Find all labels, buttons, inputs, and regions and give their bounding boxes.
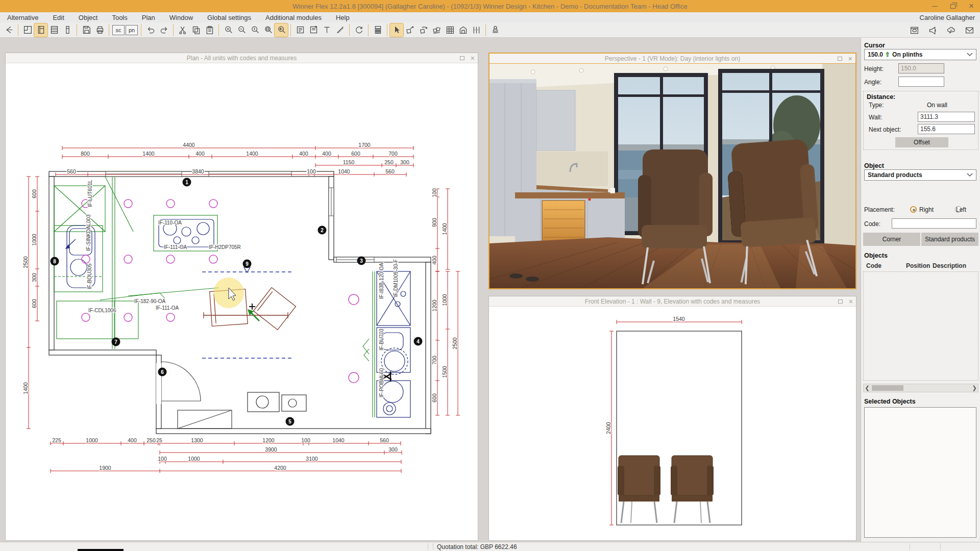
toolbar-rotate-object-button[interactable] [416, 23, 430, 37]
floor-plan-drawing[interactable]: 4400170080014004001400400400600700115025… [6, 63, 478, 540]
toolbar-grid-button[interactable] [443, 23, 456, 37]
menu-help[interactable]: Help [329, 12, 357, 22]
plan-close-icon[interactable]: × [471, 55, 475, 62]
toolbar-separator [18, 24, 18, 36]
close-icon[interactable]: × [966, 2, 977, 11]
toolbar-elevation-list-button[interactable] [47, 23, 61, 37]
toolbar-note-button[interactable] [293, 23, 307, 37]
toolbar-sc-button[interactable]: sc [112, 25, 125, 35]
toolbar-calculator-button[interactable] [371, 23, 384, 37]
toolbar-cut-button[interactable] [176, 23, 189, 37]
zoom-previous-icon [277, 25, 286, 35]
svg-text:8: 8 [53, 259, 56, 264]
toolbar-elevation-view-button[interactable] [34, 23, 47, 37]
toolbar-stamp-button[interactable] [488, 23, 502, 37]
next-object-field[interactable]: 155.6 [918, 124, 975, 134]
object-type-dropdown[interactable]: Standard products [864, 169, 976, 181]
zoom-in-icon [224, 25, 233, 35]
selected-objects-list[interactable] [864, 407, 976, 538]
toolbar-print-button[interactable] [93, 23, 106, 37]
toolbar-zoom-window-button[interactable] [261, 23, 275, 37]
menu-alternative[interactable]: Alternative [0, 12, 45, 22]
toolbar-mail-button[interactable] [963, 23, 976, 37]
menu-additional-modules[interactable]: Additional modules [258, 12, 329, 22]
elevation-window-titlebar[interactable]: Front Elevation - 1 : Wall - 9, Elevatio… [489, 296, 856, 307]
toolbar-select-button[interactable] [390, 23, 403, 37]
cloud-chat-icon [946, 26, 956, 35]
wall-number-5: 5 [286, 417, 295, 426]
toolbar-redo-button[interactable] [157, 23, 170, 37]
stamp-icon [491, 25, 500, 35]
menu-plan[interactable]: Plan [135, 12, 162, 22]
cursor-mode-dropdown[interactable]: 150.0 ⇧ On plinths [864, 49, 976, 60]
scroll-right-icon[interactable]: ❯ [971, 385, 978, 391]
perspective-maximize-icon[interactable] [838, 57, 842, 61]
scroll-left-icon[interactable]: ❮ [864, 385, 871, 391]
plan-canvas[interactable]: 4400170080014004001400400400600700115025… [6, 63, 478, 540]
svg-text:3900: 3900 [265, 446, 277, 453]
menu-window[interactable]: Window [162, 12, 200, 22]
height-field[interactable]: 150.0 [898, 63, 944, 73]
elevation-maximize-icon[interactable] [838, 299, 843, 304]
angle-label: Angle: [864, 79, 881, 86]
toolbar-note-edit-button[interactable] [307, 23, 320, 37]
toolbar-save-button[interactable] [80, 23, 93, 37]
objects-scrollbar[interactable]: ❮ ❯ [863, 384, 978, 392]
toolbar-zoom-100-button[interactable] [248, 23, 261, 37]
render-3d-view[interactable] [489, 64, 855, 288]
standard-products-button[interactable]: Standard products [921, 233, 978, 246]
elevation-close-icon[interactable]: × [849, 298, 853, 305]
svg-text:600: 600 [431, 393, 437, 403]
toolbar-cloud-folder-button[interactable] [908, 23, 921, 37]
unit-label: IF-182-90-OA [134, 298, 165, 304]
mug [610, 188, 615, 193]
toolbar-zoom-previous-button[interactable] [275, 23, 288, 37]
perspective-window-titlebar[interactable]: Perspective - 1 (VR Mode): Day (interior… [489, 54, 855, 64]
wall-number-6: 6 [158, 368, 167, 377]
menu-global-settings[interactable]: Global settings [200, 12, 258, 22]
perspective-viewport[interactable] [489, 64, 855, 288]
corner-button[interactable]: Corner [863, 233, 920, 246]
elevation-drawing[interactable]: 15402400 [489, 307, 856, 540]
menu-edit[interactable]: Edit [45, 12, 71, 22]
toolbar-copy-button[interactable] [189, 23, 203, 37]
toolbar-walls-button[interactable] [456, 23, 470, 37]
wall-distance-field[interactable]: 3111.3 [918, 112, 975, 122]
wall-number-4: 4 [414, 337, 423, 346]
toolbar-cloud-chat-button[interactable] [944, 23, 958, 37]
toolbar-pn-button[interactable]: pn [126, 25, 138, 35]
maximize-icon[interactable] [947, 2, 959, 11]
toolbar-measure-button[interactable] [333, 23, 347, 37]
toolbar-zoom-out-button[interactable] [235, 23, 248, 37]
angle-field[interactable] [898, 77, 944, 87]
toolbar-zoom-in-button[interactable] [222, 23, 235, 37]
placement-right-radio[interactable] [910, 206, 917, 213]
objects-list[interactable] [863, 271, 978, 381]
menu-tools[interactable]: Tools [105, 12, 134, 22]
toolbar-back-button[interactable] [2, 23, 15, 37]
toolbar-refresh-button[interactable] [352, 23, 365, 37]
svg-text:4400: 4400 [183, 142, 195, 148]
toolbar-undo-button[interactable] [144, 23, 157, 37]
toolbar-paste-button[interactable] [203, 23, 216, 37]
offset-button[interactable]: Offset [895, 137, 948, 147]
perspective-close-icon[interactable]: × [848, 55, 852, 62]
code-field[interactable] [892, 218, 976, 229]
wall-label: Wall: [869, 114, 882, 121]
plan-window-titlebar[interactable]: Plan - All units with codes and measures… [6, 53, 478, 63]
toolbar-megaphone-button[interactable] [926, 23, 939, 37]
toolbar-plan-view-button[interactable] [21, 23, 34, 37]
toolbar-distribute-button[interactable] [470, 23, 483, 37]
note-icon [296, 25, 305, 35]
menu-object[interactable]: Object [71, 12, 105, 22]
toolbar-move-object-button[interactable] [403, 23, 416, 37]
toolbar-separator [485, 24, 486, 36]
toolbar-single-elevation-button[interactable] [61, 23, 74, 37]
toolbar-rotate-3d-button[interactable] [430, 23, 443, 37]
minimize-icon[interactable] [929, 2, 940, 11]
scroll-thumb[interactable] [872, 385, 903, 391]
toolbar-text-button[interactable] [320, 23, 333, 37]
elevation-canvas[interactable]: 15402400 [489, 307, 856, 540]
plan-maximize-icon[interactable] [460, 56, 464, 60]
svg-text:560: 560 [67, 168, 76, 174]
